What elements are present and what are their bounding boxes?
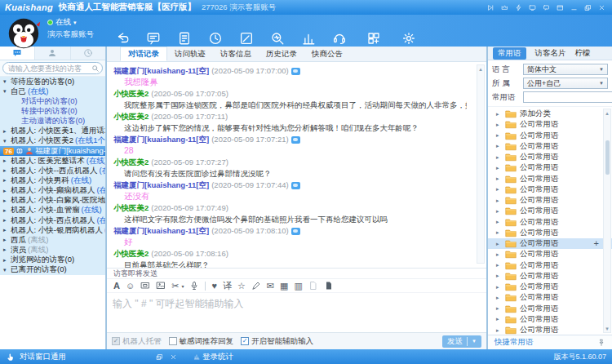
phrase-category-row[interactable]: ▸ 公司常用语 [488,152,612,162]
close-window-icon[interactable] [170,353,177,361]
collapsed-arrow-icon[interactable]: ▸ [3,177,11,184]
online-status[interactable]: 在线 ▾ [47,17,77,28]
emoji-icon[interactable]: ☺ [126,282,135,291]
collapsed-arrow-icon[interactable]: ▸ [496,219,502,225]
checkbox-robot-host[interactable]: ✓ 机器人托管 [112,336,162,347]
collapsed-arrow-icon[interactable]: ▸ [3,198,11,204]
mic-icon[interactable] [189,281,199,291]
message-input[interactable] [107,293,486,332]
font-icon[interactable]: A [113,282,120,291]
collapsed-arrow-icon[interactable]: ▸ [3,227,11,233]
rpanel-tab-0[interactable]: 常用语 [493,47,526,60]
tree-item[interactable]: ▸ 机器人: 小快医美1、通用话术和... (在线) [0,127,105,136]
expanded-arrow-icon[interactable]: ▾ [3,88,11,95]
visitor-search-input[interactable] [2,62,103,74]
owner-select[interactable]: 公用+自己 ▼ [523,78,608,89]
collapsed-arrow-icon[interactable]: ▸ [496,165,502,171]
collapsed-arrow-icon[interactable]: ▸ [3,257,11,264]
expanded-arrow-icon[interactable]: ▾ [3,138,11,144]
tree-item[interactable]: 转接中的访客(0) [0,106,105,116]
image-icon[interactable] [156,281,166,291]
table-icon[interactable]: ▦ [280,282,288,291]
tree-item-selected-visitor[interactable]: 76 福建厦门[kuaishang-11[空] (13/6 [0,146,105,156]
chat-tab-1[interactable]: 访问轨迹 [167,47,213,61]
phrases-scrollbar[interactable]: ▴▾ [603,109,611,333]
collapsed-arrow-icon[interactable]: ▸ [496,175,502,182]
tree-item[interactable]: ▾ 已离开的访客(0) [0,265,105,275]
phrase-category-row[interactable]: ▸ 公司常用语 [488,304,612,314]
phrase-category-row[interactable]: ▸ 公司常用语 [488,141,612,152]
tree-item[interactable]: ▸ 机器人: 小快-血管瘤 (在线) [0,206,105,215]
expanded-arrow-icon[interactable]: ▾ [3,267,11,273]
sidebar-tab-history-tab[interactable] [71,47,105,60]
tree-item[interactable]: ▸ 机器人: 小快-银屑病机器人 (在线) [0,225,105,235]
tree-item[interactable]: ▸ 机器人: 小快--西点机器人 (在线) [0,166,105,175]
collapsed-arrow-icon[interactable]: ▸ [496,305,502,312]
scrollbar-thumb[interactable] [605,140,610,175]
collapsed-arrow-icon[interactable]: ▸ [3,128,11,135]
tree-item[interactable]: ▾ 机器人: 小快医美2 (在线1个对话中) [0,136,105,146]
tree-item[interactable]: ▸ 机器人: 小快-癫痫机器人 (在线) [0,186,105,196]
chat-tab-2[interactable]: 访客信息 [213,47,259,61]
minimize-icon[interactable] [568,2,579,13]
restore-icon[interactable] [582,2,593,13]
scissors-icon[interactable]: ✂ [171,282,179,291]
phrase-category-row[interactable]: ▸ 公司常用语 [488,271,612,282]
collapsed-arrow-icon[interactable]: ▸ [3,237,11,243]
capture-icon[interactable] [140,281,150,291]
phrase-category-row[interactable]: ▸ 公司常用语 [488,260,612,271]
collapsed-arrow-icon[interactable]: ▸ [496,241,502,247]
phrase-category-row[interactable]: ▸ 公司常用语 [488,206,612,216]
media-icon[interactable] [485,2,496,13]
tree-item[interactable]: 对话中的访客(0) [0,96,105,106]
phrase-category-row[interactable]: ▸ 公司常用语 [488,228,612,238]
collapsed-arrow-icon[interactable]: ▸ [496,132,502,139]
collapsed-arrow-icon[interactable]: ▸ [3,207,11,214]
collapsed-arrow-icon[interactable]: ▸ [496,122,502,128]
tree-item[interactable]: ▾ 自己 (在线) [0,87,105,96]
collapsed-arrow-icon[interactable]: ▸ [496,295,502,301]
window-tab-label[interactable]: 对话窗口通用 [20,352,66,362]
tree-item[interactable]: ▾ 等待应答的访客(0) [0,77,105,87]
login-stats[interactable]: 登录统计 [193,352,233,362]
phrase-category-row[interactable]: ▸ 公司常用语 [488,249,612,260]
rpanel-tab-2[interactable]: 柠檬 [575,48,591,59]
file-icon[interactable] [324,281,334,291]
pen-icon[interactable] [251,281,261,291]
phrase-category-row[interactable]: ▸ 公司常用语 [488,174,612,184]
close-icon[interactable] [596,2,607,13]
boost-icon[interactable] [512,2,524,13]
star-icon[interactable]: ☆ [237,282,246,291]
quick-phrases-link[interactable]: 快捷常用语 [494,337,534,348]
tree-item[interactable]: ▸ 机器人: 医美完整话术 (在线) [0,156,105,166]
chat-tab-3[interactable]: 历史记录 [259,47,304,61]
collapsed-arrow-icon[interactable]: ▸ [496,284,502,291]
collapsed-arrow-icon[interactable]: ▸ [496,208,502,215]
collapsed-arrow-icon[interactable]: ▸ [3,167,11,174]
send-button[interactable]: 发送 ▼ [442,335,481,348]
phrase-category-row[interactable]: ▸ 公司常用语 [488,184,612,195]
phrase-category-row[interactable]: ▸ 公司常用语 [488,282,612,292]
tree-item[interactable]: ▸ 机器人: 小快男科 (在线) [0,175,105,185]
collapsed-arrow-icon[interactable]: ▸ [496,316,502,322]
tree-item[interactable]: ▸ 浏览网站的访客(0) [0,255,105,265]
collapsed-arrow-icon[interactable]: ▸ [496,154,502,161]
phrase-category-row[interactable]: ▸ 公司常用语 [488,195,612,206]
page-icon[interactable] [308,281,318,291]
collapsed-arrow-icon[interactable]: ▸ [3,158,11,164]
tree-item[interactable]: ▸ 西瓜 (离线) [0,235,105,245]
collapsed-arrow-icon[interactable]: ▸ [3,217,11,224]
search-icon[interactable] [91,64,100,73]
tree-item[interactable]: ▸ 演员 (离线) [0,245,105,255]
translate-icon[interactable]: 译 [223,282,232,291]
phrase-category-row[interactable]: ▸ 公司常用语 [488,131,612,141]
heart-icon[interactable]: ♥ [211,282,217,291]
collapsed-arrow-icon[interactable]: ▸ [496,143,502,149]
phrase-search-input[interactable] [523,91,612,103]
collapsed-arrow-icon[interactable]: ▸ [496,262,502,269]
chat-scrollbar[interactable]: ▴ [477,64,485,264]
rpanel-tab-1[interactable]: 访客名片 [535,48,566,59]
tree-item[interactable]: ▸ 机器人: 小快-西点机器人 (在线) [0,215,105,225]
pin-icon[interactable] [597,339,605,347]
phrase-category-row[interactable]: ▸ 公司常用语 [488,217,612,228]
